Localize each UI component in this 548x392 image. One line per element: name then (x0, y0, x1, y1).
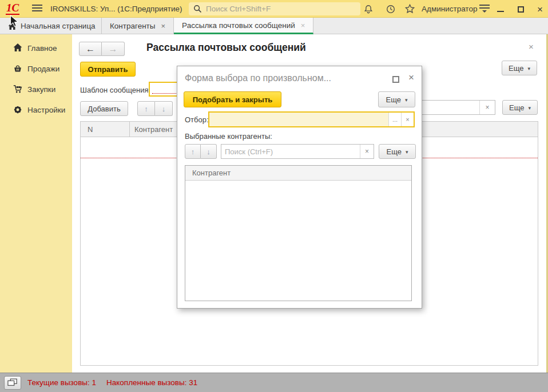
move-up-button[interactable]: ↑ (137, 101, 155, 116)
cart-icon (13, 84, 23, 94)
page-title: Рассылка почтовых сообщений (146, 42, 306, 54)
tab-label: Начальная страница (21, 22, 96, 30)
global-search-input[interactable]: Поиск Ctrl+Shift+F (189, 2, 360, 15)
sidebar-item-label: Закупки (27, 85, 55, 94)
chevron-down-icon: ▾ (527, 65, 530, 71)
tab-label: Контрагенты (110, 22, 156, 30)
tab-mailing[interactable]: Рассылка почтовых сообщений × (174, 18, 313, 34)
navigation-buttons: ← → (79, 42, 125, 56)
sidebar-item-label: Главное (27, 44, 57, 53)
sidebar-item-purchases[interactable]: Закупки (0, 79, 72, 99)
search-icon (193, 5, 202, 13)
history-icon[interactable] (383, 2, 398, 16)
tab-close-icon[interactable]: × (161, 22, 166, 30)
selection-dialog: Форма выбора по произвольном... × Подобр… (177, 66, 422, 309)
add-button[interactable]: Добавить (80, 101, 128, 116)
global-search-placeholder: Поиск Ctrl+Shift+F (206, 5, 271, 13)
sidebar-item-label: Продажи (27, 65, 59, 73)
calls-monitor-icon (7, 378, 18, 387)
more-button-label: Еще (509, 64, 523, 73)
template-label: Шаблон сообщения: (80, 86, 150, 94)
form-close-icon[interactable]: × (529, 42, 534, 51)
back-button[interactable]: ← (79, 42, 102, 56)
tab-home-page[interactable]: Начальная страница (0, 18, 102, 34)
tab-label: Рассылка почтовых сообщений (182, 21, 295, 30)
sidebar-item-sales[interactable]: Продажи (0, 58, 72, 79)
gear-icon (13, 105, 23, 115)
filter-label: Отбор: (185, 115, 209, 124)
dialog-close-icon[interactable]: × (408, 72, 414, 83)
dialog-reorder-buttons: ↑ ↓ (185, 144, 217, 159)
app-window: 1С IRONSKILLS: Уп... (1С:Предприятие) По… (0, 0, 548, 392)
1c-logo: 1С (6, 2, 19, 15)
dialog-more-button[interactable]: Еще ▾ (378, 91, 415, 107)
tab-close-icon[interactable]: × (301, 21, 305, 30)
sidebar-item-main[interactable]: Главное (0, 38, 72, 58)
dialog-search-input[interactable] (221, 145, 360, 158)
home-icon (7, 22, 17, 31)
form-more-icon[interactable] (517, 45, 522, 53)
dialog-list-more-button[interactable]: Еще ▾ (379, 144, 416, 159)
more-button-label: Еще (387, 147, 402, 156)
basket-icon (13, 63, 23, 74)
performance-indicator-button[interactable] (4, 376, 21, 390)
clear-filter-icon[interactable]: × (401, 113, 414, 126)
selected-counterparties-label: Выбранные контрагенты: (185, 132, 272, 141)
move-down-button[interactable]: ↓ (201, 144, 217, 159)
user-name: Администратор (422, 5, 477, 13)
more-button-label: Еще (386, 95, 401, 104)
column-header-n[interactable]: N (81, 122, 130, 137)
titlebar: 1С IRONSKILLS: Уп... (1С:Предприятие) По… (0, 0, 548, 18)
clear-search-icon[interactable]: × (479, 101, 495, 114)
sidebar: Главное Продажи Закупки (0, 34, 72, 373)
reorder-buttons: ↑ ↓ (137, 101, 173, 116)
favorites-star-icon[interactable] (402, 2, 417, 16)
dialog-more-icon[interactable] (376, 75, 382, 83)
move-up-button[interactable]: ↑ (185, 144, 201, 159)
main-menu-icon[interactable] (32, 5, 42, 13)
sidebar-item-settings[interactable]: Настройки (0, 99, 72, 120)
status-bar: Текущие вызовы: 1 Накопленные вызовы: 31 (0, 373, 548, 392)
chevron-down-icon: ▾ (406, 148, 408, 155)
notifications-bell-icon[interactable] (361, 2, 376, 16)
column-header-counterparty[interactable]: Контрагент (185, 166, 411, 181)
chevron-down-icon: ▾ (528, 104, 531, 111)
tab-bar: Начальная страница Контрагенты × Рассылк… (0, 18, 548, 34)
forward-button[interactable]: → (102, 42, 125, 56)
home-icon (13, 43, 23, 53)
pick-and-close-button[interactable]: Подобрать и закрыть (184, 91, 281, 107)
selected-counterparties-table: Контрагент (185, 165, 412, 301)
choose-ellipsis-button[interactable]: ... (388, 113, 401, 126)
window-title: IRONSKILLS: Уп... (1С:Предприятие) (50, 5, 182, 13)
dialog-title: Форма выбора по произвольном... (185, 73, 374, 83)
chevron-down-icon: ▾ (405, 96, 408, 103)
send-button[interactable]: Отправить (80, 62, 136, 77)
close-button[interactable]: × (533, 2, 547, 16)
tools-menu-icon[interactable] (479, 5, 491, 14)
current-calls-text: Текущие вызовы: 1 (27, 378, 96, 387)
minimize-button[interactable] (493, 2, 508, 16)
maximize-button[interactable] (513, 2, 528, 16)
move-down-button[interactable]: ↓ (155, 101, 173, 116)
filter-input[interactable] (209, 113, 388, 126)
clear-search-icon[interactable]: × (360, 145, 374, 158)
form-more-button[interactable]: Еще ▾ (502, 61, 537, 75)
list-more-button[interactable]: Еще ▾ (502, 100, 538, 115)
tab-counterparties[interactable]: Контрагенты × (102, 18, 174, 34)
accumulated-calls-text: Накопленные вызовы: 31 (106, 378, 197, 387)
dialog-maximize-icon[interactable] (392, 76, 399, 83)
filter-field: ... × (208, 111, 415, 127)
selected-counterparties-body[interactable] (185, 181, 411, 301)
more-button-label: Еще (509, 103, 524, 112)
sidebar-item-label: Настройки (27, 106, 65, 114)
dialog-search: × (221, 144, 374, 159)
